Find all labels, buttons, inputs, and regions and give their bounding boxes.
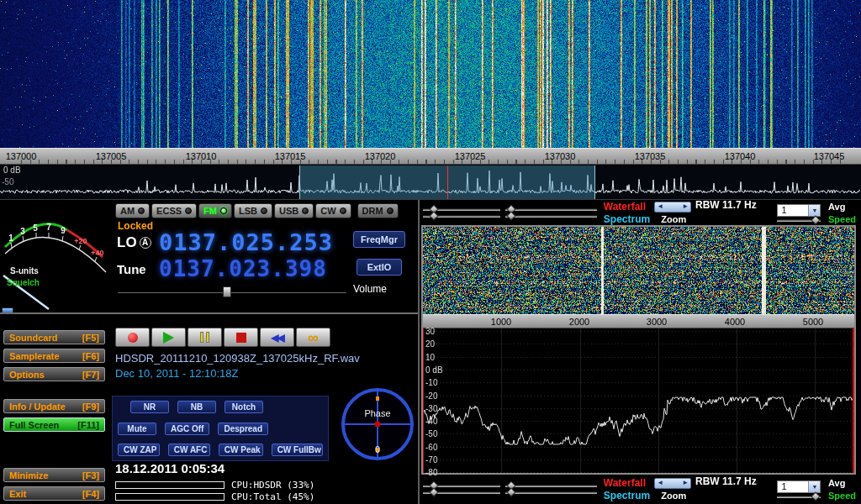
- mode-button-ecss[interactable]: ECSS: [151, 203, 197, 218]
- waterfall-contrast-slider[interactable]: [505, 485, 597, 487]
- waterfall-tab[interactable]: Waterfall: [604, 201, 654, 213]
- spectrum-offset-slider[interactable]: [505, 215, 597, 218]
- mute-button[interactable]: Mute: [118, 423, 156, 435]
- waterfall-contrast-slider[interactable]: [505, 208, 597, 211]
- mode-led-icon: [340, 207, 346, 214]
- zoom-in-arrow-icon[interactable]: ►: [682, 480, 689, 486]
- stop-button[interactable]: [224, 328, 258, 347]
- volume-slider[interactable]: [118, 286, 346, 297]
- cpu-total-row: CPU:Total (45%): [115, 491, 314, 502]
- phase-label: Phase: [364, 408, 390, 418]
- mode-button-usb[interactable]: USB: [274, 203, 314, 218]
- db-tick-label: -60: [425, 443, 437, 452]
- phase-value: 0: [375, 444, 380, 454]
- freqmgr-button[interactable]: FreqMgr: [353, 231, 405, 248]
- soundcard-button[interactable]: Soundcard[F5]: [3, 330, 105, 344]
- audio-waterfall-display[interactable]: [423, 227, 854, 314]
- extio-button[interactable]: ExtIO: [357, 259, 402, 276]
- samplerate-button[interactable]: Samplerate[F6]: [3, 349, 105, 363]
- spectrum-tab[interactable]: Spectrum: [604, 490, 654, 501]
- cw-peak-button[interactable]: CW Peak: [219, 444, 263, 456]
- mode-button-drm[interactable]: DRM: [357, 203, 399, 218]
- mode-button-am[interactable]: AM: [115, 203, 150, 218]
- db-tick-label: -20: [425, 391, 437, 401]
- mode-button-cw[interactable]: CW: [315, 203, 351, 218]
- slider-thumb[interactable]: [811, 491, 821, 501]
- spectrum-range-slider[interactable]: [423, 215, 500, 218]
- record-button[interactable]: [115, 328, 150, 347]
- speed-slider[interactable]: [777, 496, 821, 498]
- tune-frequency-value[interactable]: 0137.023.398: [159, 256, 327, 281]
- zoom-scrollbar[interactable]: ◄ ►: [654, 478, 691, 489]
- mode-label: DRM: [362, 206, 383, 216]
- dsp-row: Mute AGC Off Despread: [118, 423, 323, 435]
- nr-button[interactable]: NR: [130, 401, 169, 413]
- zoom-out-arrow-icon[interactable]: ◄: [657, 203, 663, 210]
- dsp-button-panel: NR NB Notch Mute AGC Off Despread CW ZAP…: [112, 396, 329, 461]
- rewind-icon: ◀◀: [271, 332, 283, 344]
- slider-thumb[interactable]: [507, 487, 516, 496]
- spectrum-range-slider[interactable]: [423, 491, 500, 494]
- pause-button[interactable]: [188, 328, 222, 347]
- cw-afc-button[interactable]: CW AFC: [168, 444, 210, 456]
- speed-slider[interactable]: [777, 219, 821, 222]
- exit-button[interactable]: Exit[F4]: [3, 486, 105, 501]
- slider-thumb[interactable]: [507, 211, 516, 220]
- mode-label: CW: [320, 206, 335, 216]
- despread-button[interactable]: Despread: [218, 423, 268, 435]
- loop-button[interactable]: ∞: [296, 328, 330, 347]
- main-spectrum-display[interactable]: 0 dB -50: [0, 165, 861, 199]
- agc-button[interactable]: AGC Off: [165, 423, 209, 435]
- rewind-button[interactable]: ◀◀: [260, 328, 294, 347]
- waterfall-brightness-slider[interactable]: [423, 485, 500, 487]
- avg-label: Avg: [828, 478, 861, 488]
- zoom-in-arrow-icon[interactable]: ►: [682, 203, 689, 210]
- volume-slider-thumb[interactable]: [223, 286, 231, 297]
- zoom-out-arrow-icon[interactable]: ◄: [657, 480, 663, 486]
- dropdown-arrow-icon[interactable]: ▼: [808, 481, 820, 492]
- dropdown-arrow-icon[interactable]: ▼: [808, 205, 820, 216]
- spectrum-tab[interactable]: Spectrum: [604, 213, 654, 225]
- s-meter-scale-1: 1: [8, 234, 13, 243]
- waterfall-tab[interactable]: Waterfall: [604, 477, 654, 489]
- button-label: Soundcard: [9, 333, 57, 343]
- options-button[interactable]: Options[F7]: [3, 367, 105, 381]
- main-waterfall-display[interactable]: [0, 0, 861, 148]
- panel-divider: [0, 312, 418, 314]
- db-tick-label: -70: [425, 455, 437, 465]
- hdsdr-window: 137000 137005 137010 137015 137020 13702…: [0, 0, 861, 504]
- zoom-label: Zoom: [654, 214, 686, 224]
- button-label: Options: [9, 370, 45, 380]
- play-button[interactable]: [151, 328, 186, 347]
- minimize-button[interactable]: Minimize[F3]: [3, 468, 105, 482]
- audio-spectrum-display[interactable]: [423, 328, 854, 473]
- slider-thumb[interactable]: [429, 487, 438, 496]
- cw-fullbw-button[interactable]: CW FullBw: [272, 444, 323, 456]
- vfo-a-badge[interactable]: A: [140, 237, 151, 249]
- avg-select[interactable]: 1 ▼: [777, 480, 821, 493]
- lo-frequency-value[interactable]: 0137.025.253: [159, 229, 333, 255]
- waterfall-brightness-slider[interactable]: [423, 208, 500, 211]
- notch-button[interactable]: Notch: [224, 401, 263, 413]
- dsp-row: NR NB Notch: [118, 401, 323, 413]
- audio-frequency-scale[interactable]: 1000 2000 3000 4000 5000: [423, 314, 854, 328]
- info-update-button[interactable]: Info / Update[F9]: [3, 399, 105, 413]
- main-frequency-scale[interactable]: 137000 137005 137010 137015 137020 13702…: [0, 148, 861, 165]
- zoom-scrollbar[interactable]: ◄ ►: [654, 202, 691, 213]
- nb-button[interactable]: NB: [177, 401, 216, 413]
- cpu-hdsdr-bar: [115, 481, 224, 489]
- button-hotkey: [F11]: [77, 420, 99, 430]
- cw-zap-button[interactable]: CW ZAP: [118, 444, 160, 456]
- mode-button-lsb[interactable]: LSB: [234, 203, 272, 218]
- button-label: Samplerate: [9, 351, 59, 361]
- clock-datetime: 18.12.2011 0:05:34: [115, 461, 224, 475]
- tune-frequency-row: Tune 0137.023.398: [117, 256, 327, 281]
- slider-thumb[interactable]: [429, 211, 438, 220]
- avg-select[interactable]: 1 ▼: [777, 204, 821, 217]
- avg-label: Avg: [828, 202, 861, 212]
- fullscreen-button[interactable]: Full Screen[F11]: [3, 417, 105, 432]
- cpu-hdsdr-text: CPU:HDSDR (33%): [231, 480, 314, 491]
- mode-button-fm[interactable]: FM: [198, 203, 232, 218]
- spectrum-offset-slider[interactable]: [505, 491, 597, 494]
- slider-thumb[interactable]: [811, 215, 821, 224]
